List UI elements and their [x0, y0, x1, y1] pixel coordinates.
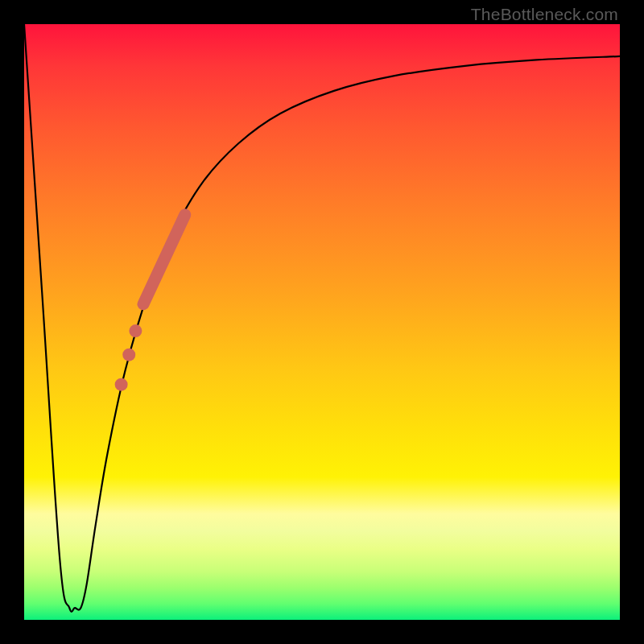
chart-frame: TheBottleneck.com	[0, 0, 644, 644]
highlight-strip	[143, 215, 185, 304]
curve-svg	[24, 24, 620, 620]
bottleneck-curve-path	[24, 24, 620, 612]
watermark-text: TheBottleneck.com	[471, 5, 618, 24]
plot-area	[24, 24, 620, 620]
highlight-dot	[129, 324, 142, 337]
highlight-dot	[115, 378, 128, 391]
highlight-dot	[122, 349, 135, 361]
highlight-dots	[115, 324, 142, 391]
